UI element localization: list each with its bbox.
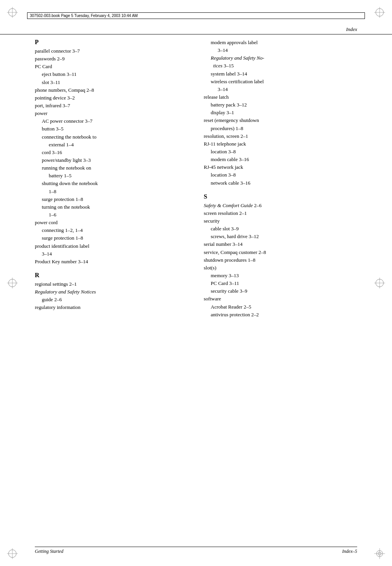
corner-mark-tr [374, 7, 385, 18]
list-item: port, infrared 3–7 [35, 102, 188, 110]
list-item: regulatory information [35, 304, 188, 311]
section-p-letter: P [35, 39, 188, 46]
list-item: display 3–1 [211, 109, 358, 117]
list-item: Acrobat Reader 2–5 [211, 303, 358, 311]
list-item: 1–6 [49, 211, 188, 219]
list-item: phone numbers, Compaq 2–8 [35, 86, 188, 94]
list-item: location 3–8 [211, 171, 358, 179]
list-item: security [204, 217, 358, 225]
list-item: procedures) 1–8 [211, 125, 358, 132]
section-r-letter: R [35, 272, 188, 279]
list-item: 1–8 [49, 188, 188, 196]
list-item: power [35, 110, 188, 117]
list-item: Product Key number 3–14 [35, 258, 188, 266]
list-item: cable slot 3–9 [211, 225, 358, 233]
list-item: turning on the notebook [42, 203, 188, 211]
list-item: Regulatory and Safety No- tices 3–15 [211, 54, 358, 70]
list-item: system label 3–14 [211, 70, 358, 78]
list-item: slot 3–11 [42, 79, 188, 86]
list-item: reset (emergency shutdown [204, 117, 358, 124]
list-item: shutdown procedures 1–8 [204, 256, 358, 264]
list-item: cord 3–16 [42, 149, 188, 156]
list-item: AC power connector 3–7 [42, 117, 188, 125]
list-item: resolution, screen 2–1 [204, 132, 358, 140]
list-item: power cord [35, 219, 188, 226]
list-item: service, Compaq customer 2–8 [204, 249, 358, 256]
list-item: modem approvals label [211, 39, 358, 46]
list-item: RJ-45 network jack [204, 163, 358, 171]
r-section-continuation: modem approvals label 3–14 Regulatory an… [204, 39, 358, 187]
corner-mark-ml [7, 278, 18, 288]
list-item: parallel connector 3–7 [35, 47, 188, 55]
right-column: modem approvals label 3–14 Regulatory an… [204, 39, 358, 535]
list-item: PC Card 3–11 [211, 280, 358, 287]
page-footer: Getting Started Index–5 [35, 547, 357, 554]
list-item: release latch [204, 93, 358, 101]
list-item: battery pack 3–12 [211, 101, 358, 109]
list-item: security cable 3–9 [211, 287, 358, 295]
file-info-text: 307502-003.book Page 5 Tuesday, February… [30, 14, 138, 18]
list-item: software [204, 295, 358, 303]
list-item: running the notebook on [42, 164, 188, 172]
list-item: external 1–4 [49, 141, 188, 149]
list-item: eject button 3–11 [42, 70, 188, 78]
list-item: pointing device 3–2 [35, 94, 188, 102]
list-item: network cable 3–16 [211, 179, 358, 187]
list-item: 3–14 [218, 46, 358, 54]
corner-mark-br [374, 548, 385, 559]
list-item: serial number 3–14 [204, 240, 358, 248]
list-item: location 3–8 [211, 148, 358, 156]
list-item: slot(s) [204, 264, 358, 272]
list-item: surge protection 1–8 [42, 234, 188, 242]
list-item: screen resolution 2–1 [204, 209, 358, 217]
list-item: product identification label [35, 242, 188, 250]
list-item: 3–14 [218, 86, 358, 93]
footer-right: Index–5 [342, 549, 357, 554]
section-s-letter: S [204, 193, 358, 200]
list-item: surge protection 1–8 [42, 196, 188, 203]
list-item: battery 1–5 [49, 172, 188, 180]
page: 307502-003.book Page 5 Tuesday, February… [0, 0, 392, 566]
shutting-down-notebook: shutting down the notebook [42, 180, 188, 187]
list-item: connecting the notebook to [42, 133, 188, 141]
list-item: wireless certification label [211, 78, 358, 86]
header-title: Index [346, 26, 357, 32]
page-header: Index [0, 26, 392, 34]
list-item: guide 2–6 [42, 296, 188, 304]
list-item: memory 3–13 [211, 272, 358, 280]
list-item: Safety & Comfort Guide 2–6 [204, 202, 358, 209]
list-item: 3–14 [42, 250, 188, 258]
list-item: screws, hard drive 3–12 [211, 233, 358, 240]
list-item: modem cable 3–16 [211, 156, 358, 163]
corner-mark-bl [7, 548, 18, 559]
file-info-bar: 307502-003.book Page 5 Tuesday, February… [27, 12, 365, 19]
corner-mark-tl [7, 7, 18, 18]
main-content: P parallel connector 3–7 passwords 2–9 P… [35, 39, 357, 535]
footer-left: Getting Started [35, 549, 63, 554]
regulatory-safety-notices-entry: Regulatory and Safety Notices [35, 288, 188, 296]
list-item: passwords 2–9 [35, 55, 188, 63]
list-item: RJ-11 telephone jack [204, 140, 358, 148]
list-item: power/standby light 3–3 [42, 156, 188, 164]
list-item: PC Card [35, 63, 188, 70]
list-item: regional settings 2–1 [35, 280, 188, 288]
list-item: connecting 1–2, 1–4 [42, 226, 188, 234]
left-column: P parallel connector 3–7 passwords 2–9 P… [35, 39, 188, 535]
corner-mark-mr [374, 278, 385, 288]
list-item: button 3–5 [42, 125, 188, 133]
list-item: antivirus protection 2–2 [211, 311, 358, 319]
